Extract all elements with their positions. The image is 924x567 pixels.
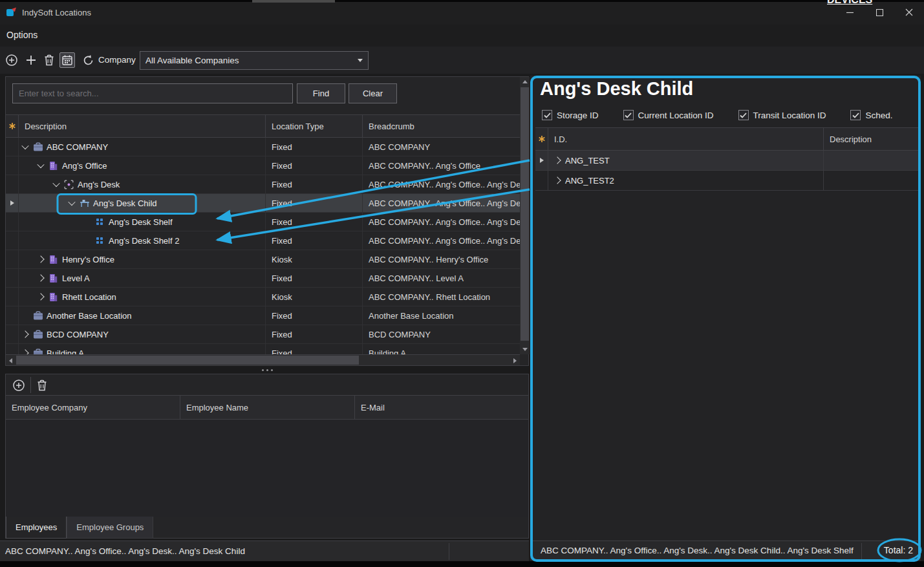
employees-panel: Employee Company Employee Name E-Mail Em… <box>5 374 529 539</box>
chevron-down-icon[interactable] <box>20 144 30 149</box>
tree-row-abc-company[interactable]: ABC COMPANY Fixed ABC COMPANY <box>6 138 520 156</box>
tree-grid-body: ABC COMPANY Fixed ABC COMPANY Ang's Offi… <box>6 138 520 354</box>
checkbox-transit-location-id[interactable]: Transit Location ID <box>738 110 826 120</box>
horizontal-scroll-thumb[interactable] <box>16 356 359 365</box>
chevron-right-icon[interactable] <box>20 332 30 337</box>
tree-row-rhett-location[interactable]: Rhett Location Kiosk ABC COMPANY.. Rhett… <box>6 288 520 306</box>
company-icon <box>32 142 43 152</box>
scroll-right-button[interactable] <box>510 356 520 365</box>
chevron-right-icon[interactable] <box>36 294 46 299</box>
status-bar-left: ABC COMPANY.. Ang's Office.. Ang's Desk.… <box>0 540 529 561</box>
column-header-email[interactable]: E-Mail <box>355 396 528 419</box>
delete-icon[interactable] <box>41 52 57 68</box>
chevron-right-icon[interactable] <box>552 178 563 183</box>
checkbox-checked-icon <box>850 110 861 120</box>
desk-icon <box>63 180 74 189</box>
scroll-up-button[interactable] <box>520 77 530 87</box>
column-header-employee-company[interactable]: Employee Company <box>6 396 180 419</box>
employees-tabs: Employees Employee Groups <box>6 517 528 539</box>
tree-row-level-a[interactable]: Level A Fixed ABC COMPANY.. Level A <box>6 269 520 288</box>
tree-row-angs-desk-shelf[interactable]: Ang's Desk Shelf Fixed ABC COMPANY.. Ang… <box>6 213 520 231</box>
search-input[interactable] <box>12 83 293 103</box>
splitter-handle[interactable] <box>5 366 529 374</box>
toolbar-separator <box>30 377 31 393</box>
shelf-icon <box>94 217 105 226</box>
find-button[interactable]: Find <box>297 83 345 103</box>
tree-row-angs-desk[interactable]: Ang's Desk Fixed ABC COMPANY.. Ang's Off… <box>6 175 520 194</box>
checkbox-storage-id[interactable]: Storage ID <box>542 110 599 120</box>
vertical-scroll-thumb[interactable] <box>521 87 529 341</box>
indicator-column-header <box>535 128 548 150</box>
id-row-ang-test2[interactable]: ANG_TEST2 <box>535 171 921 191</box>
checkbox-current-location-id[interactable]: Current Location ID <box>623 110 714 120</box>
add-child-location-icon[interactable] <box>23 52 39 68</box>
asterisk-icon <box>538 135 546 143</box>
status-separator <box>449 543 449 560</box>
tree-row-angs-office[interactable]: Ang's Office Fixed ABC COMPANY.. Ang's O… <box>6 156 520 175</box>
employees-toolbar <box>6 374 528 396</box>
checkbox-checked-icon <box>542 110 552 120</box>
scroll-left-button[interactable] <box>6 356 16 365</box>
add-location-icon[interactable] <box>4 52 19 68</box>
current-row-arrow-icon <box>540 158 544 163</box>
indicator-column-header <box>6 115 19 137</box>
company-dropdown-value: All Available Companies <box>145 56 358 65</box>
minimize-button[interactable] <box>835 0 865 25</box>
menu-bar: Options <box>0 25 924 47</box>
office-icon <box>48 161 59 171</box>
checkbox-sched[interactable]: Sched. <box>850 110 892 120</box>
column-header-description[interactable]: Description <box>824 128 921 150</box>
locations-panel: Find Clear Description Location Type Bre… <box>5 76 529 366</box>
chevron-right-icon[interactable] <box>36 257 46 262</box>
column-header-location-type[interactable]: Location Type <box>266 115 363 137</box>
chevron-right-icon[interactable] <box>36 275 46 281</box>
tree-row-angs-desk-child[interactable]: Ang's Desk Child Fixed ABC COMPANY.. Ang… <box>6 194 520 213</box>
company-dropdown[interactable]: All Available Companies <box>140 51 369 70</box>
chevron-down-icon[interactable] <box>67 200 77 206</box>
page-title: Ang's Desk Child <box>540 78 693 100</box>
desk-child-icon <box>79 198 90 208</box>
maximize-button[interactable] <box>865 0 894 25</box>
detail-status-bar: ABC COMPANY.. Ang's Office.. Ang's Desk.… <box>530 540 921 561</box>
location-detail-panel: Ang's Desk Child Storage ID Current Loca… <box>530 76 921 562</box>
company-icon <box>32 348 43 355</box>
menu-options[interactable]: Options <box>6 30 38 40</box>
chevron-right-icon[interactable] <box>552 158 563 163</box>
id-grid-header: I.D. Description <box>535 127 921 151</box>
asterisk-icon <box>8 122 16 130</box>
close-button[interactable] <box>894 0 924 25</box>
shelf-icon <box>94 236 105 245</box>
tab-employee-groups[interactable]: Employee Groups <box>67 517 153 539</box>
total-count: Total: 2 <box>884 545 913 555</box>
column-header-id[interactable]: I.D. <box>548 128 824 150</box>
id-grid-body: ANG_TEST ANG_TEST2 <box>535 151 921 191</box>
status-separator <box>861 543 862 559</box>
background-window-strip <box>252 0 335 3</box>
tree-row-bcd-company[interactable]: BCD COMPANY Fixed BCD COMPANY <box>6 325 520 344</box>
vertical-scrollbar[interactable] <box>520 77 530 354</box>
id-row-ang-test[interactable]: ANG_TEST <box>535 151 921 171</box>
tree-row-another-base-location[interactable]: Another Base Location Fixed Another Base… <box>6 306 520 325</box>
id-filter-checkboxes: Storage ID Current Location ID Transit L… <box>542 110 892 120</box>
column-header-breadcrumb[interactable]: Breadcrumb <box>363 115 520 137</box>
tab-employees[interactable]: Employees <box>6 517 67 539</box>
scroll-down-button[interactable] <box>520 345 530 354</box>
clear-button[interactable]: Clear <box>349 83 397 103</box>
horizontal-scrollbar[interactable] <box>6 354 520 365</box>
tree-row-henrys-office[interactable]: Henry's Office Kiosk ABC COMPANY.. Henry… <box>6 250 520 269</box>
column-header-description[interactable]: Description <box>19 115 266 137</box>
refresh-icon[interactable] <box>80 52 96 68</box>
checkbox-checked-icon <box>623 110 634 120</box>
add-employee-icon[interactable] <box>11 378 27 393</box>
tree-row-angs-desk-shelf-2[interactable]: Ang's Desk Shelf 2 Fixed ABC COMPANY.. A… <box>6 231 520 250</box>
window-title: IndySoft Locations <box>22 8 91 17</box>
main-toolbar: Company All Available Companies <box>0 47 924 74</box>
chevron-down-icon[interactable] <box>51 182 61 187</box>
title-bar: IndySoft Locations DEVICES <box>0 0 924 25</box>
tree-row-building-a[interactable]: Building A Fixed Building A <box>6 344 520 354</box>
column-header-employee-name[interactable]: Employee Name <box>180 396 355 419</box>
top-edge <box>0 0 924 2</box>
delete-employee-icon[interactable] <box>34 378 50 393</box>
chevron-down-icon[interactable] <box>36 163 46 168</box>
schedule-calendar-icon[interactable] <box>59 52 75 68</box>
